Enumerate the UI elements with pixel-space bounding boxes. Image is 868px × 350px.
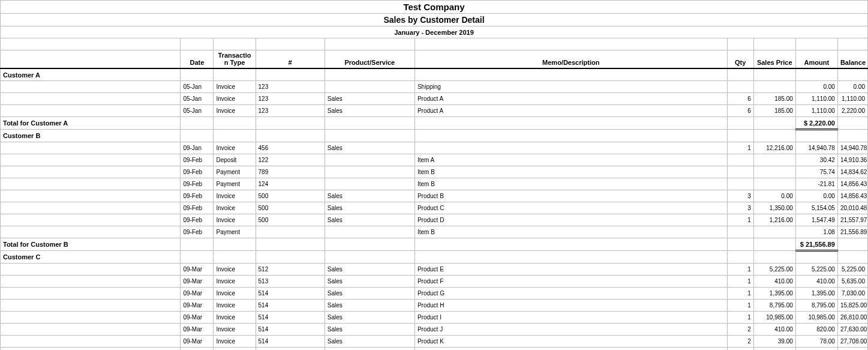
cell-num: 124 (256, 178, 325, 190)
cell-date: 05-Jan (181, 93, 214, 105)
cell-num: 456 (256, 142, 325, 154)
cell-amount: 0.00 (795, 190, 837, 202)
cell-amount: 1.08 (795, 226, 837, 238)
cell-date: 09-Feb (181, 154, 214, 166)
cell-num: 122 (256, 154, 325, 166)
cell-balance: 28,438.00 (837, 348, 867, 350)
cell-qty (727, 154, 753, 166)
cell-balance: 15,825.00 (837, 300, 867, 312)
transaction-row: 09-FebPaymentItem B1.0821,556.89 (1, 226, 868, 238)
cell-balance: 5,635.00 (837, 276, 867, 288)
spacer-cell (1, 38, 181, 50)
transaction-row: 09-FebInvoice500SalesProduct D11,216.001… (1, 214, 868, 226)
cell-balance: 0.00 (837, 81, 867, 93)
cell-num: 514 (256, 324, 325, 336)
lead-cell (1, 276, 181, 288)
cell-product (325, 166, 415, 178)
cell-num: 123 (256, 81, 325, 93)
lead-cell (1, 142, 181, 154)
cell-type: Invoice (214, 300, 256, 312)
cell-amount: 0.00 (795, 81, 837, 93)
cell-price (753, 81, 795, 93)
lead-cell (1, 288, 181, 300)
empty-cell (753, 238, 795, 251)
total-amount: $ 21,556.89 (795, 238, 837, 251)
transaction-row: 09-MarInvoice513SalesProduct F1410.00410… (1, 276, 868, 288)
cell-price: 5,225.00 (753, 264, 795, 276)
spacer-cell (753, 38, 795, 50)
empty-cell (181, 251, 214, 264)
cell-num: 514 (256, 288, 325, 300)
customer-total-row: Total for Customer B$ 21,556.89 (1, 238, 868, 251)
cell-type: Invoice (214, 142, 256, 154)
cell-qty: 6 (727, 105, 753, 117)
empty-cell (214, 117, 256, 130)
cell-product (325, 81, 415, 93)
empty-cell (325, 238, 415, 251)
empty-cell (753, 130, 795, 142)
cell-balance: 14,910.36 (837, 154, 867, 166)
spacer-cell (256, 38, 325, 50)
cell-balance: 21,556.89 (837, 226, 867, 238)
spacer-cell (727, 38, 753, 50)
cell-num: 789 (256, 166, 325, 178)
header-price: Sales Price (753, 50, 795, 69)
empty-cell (727, 117, 753, 130)
empty-cell (181, 130, 214, 142)
empty-cell (837, 117, 867, 130)
sales-report-table: Test CompanySales by Customer DetailJanu… (0, 0, 868, 350)
cell-num: 500 (256, 190, 325, 202)
transaction-row: 09-MarInvoice512SalesProduct E15,225.005… (1, 264, 868, 276)
spacer-cell (214, 38, 256, 50)
empty-cell (256, 68, 325, 81)
cell-num: 514 (256, 336, 325, 348)
cell-type: Invoice (214, 264, 256, 276)
cell-type: Invoice (214, 81, 256, 93)
cell-date: 09-Feb (181, 166, 214, 178)
cell-date: 09-Feb (181, 178, 214, 190)
spacer-cell (181, 38, 214, 50)
lead-cell (1, 93, 181, 105)
cell-num: 123 (256, 105, 325, 117)
cell-product: Sales (325, 336, 415, 348)
cell-product: Sales (325, 312, 415, 324)
cell-price (753, 226, 795, 238)
total-label: Total for Customer B (1, 238, 181, 251)
cell-memo: Product K (415, 336, 727, 348)
cell-memo: Product I (415, 312, 727, 324)
empty-cell (325, 130, 415, 142)
cell-memo: Item A (415, 154, 727, 166)
transaction-row: 09-FebDeposit122Item A30.4214,910.36 (1, 154, 868, 166)
cell-num: 514 (256, 348, 325, 350)
cell-amount: 1,547.49 (795, 214, 837, 226)
cell-qty: 1 (727, 142, 753, 154)
cell-product: Sales (325, 93, 415, 105)
empty-cell (727, 251, 753, 264)
cell-amount: 78.00 (795, 336, 837, 348)
cell-date: 09-Jan (181, 142, 214, 154)
cell-type: Invoice (214, 348, 256, 350)
cell-price: 8,795.00 (753, 300, 795, 312)
cell-balance: 20,010.48 (837, 202, 867, 214)
cell-num: 514 (256, 300, 325, 312)
cell-qty: 1 (727, 288, 753, 300)
cell-date: 09-Mar (181, 312, 214, 324)
cell-qty: 1 (727, 312, 753, 324)
cell-type: Payment (214, 226, 256, 238)
cell-type: Invoice (214, 276, 256, 288)
cell-amount: 1,395.00 (795, 288, 837, 300)
cell-price: 1,216.00 (753, 214, 795, 226)
cell-price (753, 166, 795, 178)
transaction-row: 09-MarInvoice514SalesProduct K239.0078.0… (1, 336, 868, 348)
lead-cell (1, 264, 181, 276)
cell-price: 1,395.00 (753, 288, 795, 300)
transaction-row: 05-JanInvoice123Shipping0.000.00 (1, 81, 868, 93)
empty-cell (795, 251, 837, 264)
spacer-cell (837, 38, 867, 50)
cell-date: 09-Mar (181, 324, 214, 336)
lead-cell (1, 202, 181, 214)
empty-cell (181, 117, 214, 130)
lead-cell (1, 336, 181, 348)
empty-cell (325, 251, 415, 264)
cell-num (256, 226, 325, 238)
